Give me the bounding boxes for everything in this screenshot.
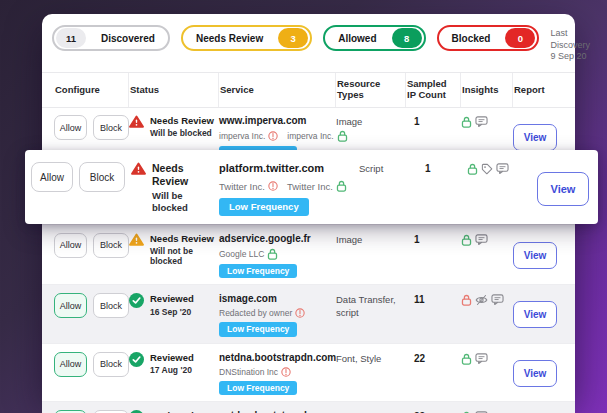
service-owner-text: imperva Inc.	[287, 131, 333, 141]
column-header-status: Status	[129, 73, 219, 107]
service-owner: Twitter Inc.	[219, 180, 278, 192]
service-owner-text: Redacted by owner	[219, 308, 292, 318]
block-button[interactable]: Block	[93, 352, 129, 377]
summary-pill-label: Blocked	[439, 33, 504, 44]
block-button[interactable]: Block	[93, 115, 129, 140]
view-button[interactable]: View	[513, 301, 557, 328]
alert-circle-red-icon	[268, 131, 278, 141]
resource-types-cell: Script	[359, 162, 417, 175]
service-cell: www.imperva.comimperva Inc.imperva Inc.L…	[219, 115, 336, 150]
service-owners: Redacted by owner	[219, 308, 336, 318]
eye-off-gray-icon[interactable]	[475, 294, 488, 306]
comment-gray-icon[interactable]	[475, 116, 488, 128]
column-header-service: Service	[219, 73, 336, 107]
summary-pill-count: 11	[56, 28, 86, 48]
sampled-ip-count-cell: 1	[406, 233, 461, 245]
insights-cell	[467, 162, 537, 175]
status-title: Needs Review	[150, 115, 214, 126]
lock-green-icon[interactable]	[461, 353, 472, 365]
view-button[interactable]: View	[513, 124, 557, 150]
comment-gray-icon[interactable]	[475, 234, 488, 246]
service-name: adservice.google.fr	[219, 233, 336, 245]
allow-button[interactable]: Allow	[54, 233, 87, 258]
comment-gray-icon[interactable]	[475, 353, 488, 365]
view-button[interactable]: View	[537, 172, 589, 206]
allow-button[interactable]: Allow	[54, 352, 87, 377]
column-header-sampled-ip-count: Sampled IP Count	[406, 73, 461, 107]
resource-types-cell: Image	[336, 233, 406, 246]
status-cell: Needs ReviewWill not be blocked	[129, 233, 219, 267]
insights-cell	[461, 352, 513, 365]
allow-button[interactable]: Allow	[54, 293, 87, 318]
lock-green-icon[interactable]	[461, 234, 472, 246]
status-cell: Reviewed17 Aug '20	[129, 352, 219, 376]
service-owner: Redacted by owner	[219, 308, 305, 318]
service-cell: platform.twitter.comTwitter Inc.Twitter …	[219, 162, 359, 216]
comment-gray-icon[interactable]	[491, 294, 504, 306]
low-frequency-badge: Low Frequency	[219, 198, 309, 216]
tag-gray-icon[interactable]	[481, 163, 493, 175]
lock-green-icon	[337, 130, 348, 142]
status-cell: Needs ReviewWill be blocked	[129, 115, 219, 139]
resource-types-cell: Font, Style	[336, 352, 406, 365]
alert-triangle-red-icon	[131, 162, 146, 213]
insights-cell	[461, 115, 513, 128]
allow-button[interactable]: Allow	[54, 115, 87, 140]
view-button[interactable]: View	[513, 242, 557, 269]
last-discovery: Last Discovery 9 Sep 20	[550, 25, 596, 63]
service-cell: netdna.bootstrapdn.comDNStination IncLow…	[219, 352, 336, 396]
service-owner: DNStination Inc	[219, 367, 291, 377]
table-row: AllowBlockReviewed16 Sep '20ismage.comRe…	[42, 284, 575, 343]
summary-pill-allowed[interactable]: Allowed8	[323, 25, 425, 51]
status-title: Needs Review	[150, 233, 219, 244]
sampled-ip-count-cell: 1	[406, 115, 461, 127]
summary-pill-label: Allowed	[325, 33, 389, 44]
lock-red-icon[interactable]	[461, 294, 472, 306]
service-owner: imperva Inc.	[287, 130, 347, 142]
block-button[interactable]: Block	[93, 233, 129, 258]
last-discovery-label: Last Discovery	[550, 28, 590, 51]
service-name: www.imperva.com	[219, 115, 336, 127]
status-text: Needs ReviewWill be blocked	[150, 115, 214, 139]
service-owner: imperva Inc.	[219, 130, 278, 142]
service-owner: Google LLC	[219, 248, 278, 260]
summary-pills: Discovered11Needs Review3Allowed8Blocked…	[42, 14, 575, 62]
block-button[interactable]: Block	[79, 162, 125, 192]
service-owner-text: imperva Inc.	[219, 131, 265, 141]
column-header-configure: Configure	[54, 73, 129, 107]
service-owner: Twitter Inc.	[287, 180, 347, 192]
last-discovery-date: 9 Sep 20	[550, 51, 590, 63]
allow-button[interactable]: Allow	[31, 162, 73, 192]
block-button[interactable]: Block	[93, 293, 129, 318]
configure-cell: AllowBlock	[54, 233, 129, 258]
table-header: ConfigureStatusServiceResource TypesSamp…	[42, 72, 575, 108]
summary-pill-blocked[interactable]: Blocked0	[437, 25, 540, 51]
report-cell: View	[513, 124, 575, 150]
report-cell: View	[513, 301, 575, 328]
configure-cell: AllowBlock	[54, 115, 129, 140]
sampled-ip-count-cell: 11	[406, 293, 461, 305]
configure-cell: AllowBlock	[54, 293, 129, 318]
sampled-ip-count-cell: 22	[406, 352, 461, 364]
status-title: Reviewed	[150, 352, 194, 363]
alert-triangle-red-icon	[129, 115, 144, 139]
column-header-report: Report	[513, 73, 575, 107]
summary-pill-count: 3	[278, 28, 308, 48]
summary-pill-needs-review[interactable]: Needs Review3	[181, 25, 312, 51]
table-body: AllowBlockNeeds ReviewWill be blockedwww…	[42, 108, 575, 413]
summary-pill-discovered[interactable]: Discovered11	[52, 25, 170, 51]
configure-cell: AllowBlock	[54, 352, 129, 377]
status-subtitle: Will be blocked	[152, 190, 219, 213]
lock-green-icon[interactable]	[467, 163, 478, 175]
service-cell: ismage.comRedacted by ownerLow Frequency	[219, 293, 336, 337]
lock-green-icon[interactable]	[461, 116, 472, 128]
summary-pill-count: 0	[505, 28, 535, 48]
check-circle-green-icon	[129, 293, 144, 317]
low-frequency-badge: Low Frequency	[219, 322, 297, 337]
view-button[interactable]: View	[513, 360, 557, 387]
service-owners: imperva Inc.imperva Inc.	[219, 130, 336, 142]
comment-gray-icon[interactable]	[496, 163, 509, 175]
lock-green-icon	[267, 248, 278, 260]
lock-green-icon	[336, 180, 347, 192]
column-header-insights: Insights	[461, 73, 513, 107]
